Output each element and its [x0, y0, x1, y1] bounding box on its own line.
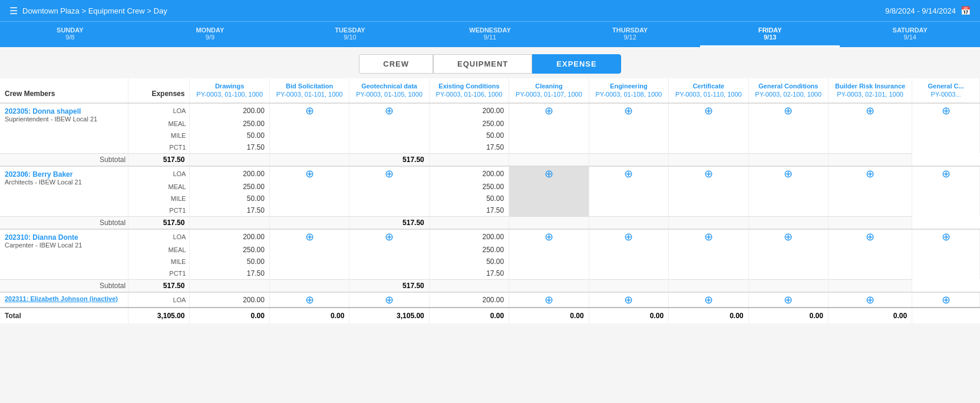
add-cell[interactable]: ⊕	[912, 292, 980, 308]
add-icon[interactable]: ⊕	[545, 231, 553, 243]
add-cell[interactable]: ⊕	[912, 166, 980, 181]
table-row: 202310: Dianna Donte Carpenter - IBEW Lo…	[0, 229, 980, 244]
add-icon[interactable]: ⊕	[385, 231, 394, 243]
crew-name-202310[interactable]: 202310: Dianna Donte	[5, 233, 123, 242]
add-cell[interactable]: ⊕	[828, 166, 912, 181]
add-icon[interactable]: ⊕	[866, 231, 875, 243]
add-icon[interactable]: ⊕	[942, 294, 951, 306]
add-cell[interactable]: ⊕	[748, 292, 828, 308]
tab-monday[interactable]: MONDAY 9/9	[140, 22, 281, 47]
add-icon[interactable]: ⊕	[305, 294, 314, 306]
expense-type: LOA	[128, 229, 190, 244]
add-icon[interactable]: ⊕	[704, 231, 713, 243]
add-cell[interactable]: ⊕	[269, 103, 349, 118]
expense-amount: 17.50	[429, 267, 509, 280]
crew-name-202306[interactable]: 202306: Berry Baker	[5, 170, 123, 179]
add-cell[interactable]: ⊕	[589, 103, 668, 118]
add-cell[interactable]: ⊕	[589, 229, 668, 244]
add-icon[interactable]: ⊕	[942, 231, 951, 243]
add-cell[interactable]: ⊕	[669, 229, 748, 244]
add-cell[interactable]: ⊕	[748, 229, 828, 244]
add-cell[interactable]: ⊕	[269, 229, 349, 244]
total-col: 0.00	[190, 308, 269, 323]
tab-wednesday[interactable]: WEDNESDAY 9/11	[420, 22, 560, 47]
tab-thursday[interactable]: THURSDAY 9/12	[560, 22, 700, 47]
add-cell[interactable]: ⊕	[748, 103, 828, 118]
add-icon[interactable]: ⊕	[624, 294, 633, 306]
tab-sunday[interactable]: SUNDAY 9/8	[0, 22, 140, 47]
add-cell[interactable]: ⊕	[349, 166, 429, 181]
add-cell[interactable]: ⊕	[509, 103, 589, 118]
tab-saturday[interactable]: SATURDAY 9/14	[840, 22, 980, 47]
expense-amount: 17.50	[429, 141, 509, 154]
tab-expense[interactable]: EXPENSE	[532, 54, 621, 74]
tab-friday[interactable]: FRIDAY 9/13	[700, 22, 840, 47]
expense-amount: 250.00	[429, 181, 509, 193]
add-icon[interactable]: ⊕	[305, 105, 314, 117]
add-icon[interactable]: ⊕	[704, 294, 713, 306]
add-cell[interactable]: ⊕	[509, 292, 589, 308]
add-icon[interactable]: ⊕	[624, 105, 633, 117]
add-cell[interactable]: ⊕	[748, 166, 828, 181]
add-cell[interactable]: ⊕	[669, 103, 748, 118]
col-existing-conditions: Existing ConditionsPY-0003, 01-106, 1000	[429, 78, 509, 103]
add-icon[interactable]: ⊕	[385, 294, 394, 306]
add-cell[interactable]: ⊕	[269, 166, 349, 181]
add-cell[interactable]: ⊕	[349, 292, 429, 308]
add-icon[interactable]: ⊕	[385, 168, 394, 180]
expense-type: MEAL	[128, 244, 190, 256]
table-row: 202311: Elizabeth Johnson (inactive) LOA…	[0, 292, 980, 308]
tab-tuesday[interactable]: TUESDAY 9/10	[280, 22, 420, 47]
expense-amount: 250.00	[190, 118, 269, 130]
add-cell[interactable]: ⊕	[589, 166, 668, 181]
add-icon[interactable]: ⊕	[624, 168, 633, 180]
add-cell[interactable]: ⊕	[669, 166, 748, 181]
expense-amount: 250.00	[190, 181, 269, 193]
add-icon[interactable]: ⊕	[385, 105, 394, 117]
add-icon[interactable]: ⊕	[624, 231, 633, 243]
add-icon[interactable]: ⊕	[942, 105, 951, 117]
add-icon[interactable]: ⊕	[942, 168, 951, 180]
add-icon[interactable]: ⊕	[704, 105, 713, 117]
total-row: Total 3,105.00 0.00 0.00 3,105.00 0.00 0…	[0, 308, 980, 323]
add-icon[interactable]: ⊕	[545, 168, 553, 180]
tab-crew[interactable]: CREW	[359, 54, 433, 74]
add-cell[interactable]: ⊕	[269, 292, 349, 308]
table-wrapper: Crew Members Expenses DrawingsPY-0003, 0…	[0, 78, 980, 323]
add-icon[interactable]: ⊕	[866, 294, 875, 306]
add-cell[interactable]: ⊕	[828, 103, 912, 118]
crew-name-202305[interactable]: 202305: Donna shapell	[5, 107, 123, 115]
table-row: MEAL 250.00 250.00	[0, 181, 980, 193]
tab-equipment[interactable]: EQUIPMENT	[433, 54, 532, 74]
add-icon[interactable]: ⊕	[305, 231, 314, 243]
add-cell[interactable]: ⊕	[349, 229, 429, 244]
add-icon[interactable]: ⊕	[545, 294, 553, 306]
subtotal-col-amount: 517.50	[349, 153, 429, 166]
add-cell[interactable]: ⊕	[349, 103, 429, 118]
add-cell[interactable]: ⊕	[669, 292, 748, 308]
expense-type: LOA	[128, 166, 190, 181]
add-cell[interactable]: ⊕	[589, 292, 668, 308]
menu-icon[interactable]: ☰	[9, 5, 18, 16]
add-icon[interactable]: ⊕	[704, 168, 713, 180]
add-cell[interactable]: ⊕	[828, 229, 912, 244]
add-cell[interactable]: ⊕	[509, 229, 589, 244]
expense-type: MILE	[128, 256, 190, 267]
crew-name-202311[interactable]: 202311: Elizabeth Johnson (inactive)	[5, 295, 123, 302]
add-icon[interactable]: ⊕	[784, 231, 793, 243]
add-cell[interactable]: ⊕	[509, 166, 589, 181]
add-icon[interactable]: ⊕	[866, 168, 875, 180]
add-icon[interactable]: ⊕	[784, 294, 793, 306]
expense-amount: 200.00	[190, 292, 269, 308]
total-col: 0.00	[828, 308, 912, 323]
add-cell[interactable]: ⊕	[912, 103, 980, 118]
add-icon[interactable]: ⊕	[784, 168, 793, 180]
add-cell[interactable]: ⊕	[912, 229, 980, 244]
add-icon[interactable]: ⊕	[545, 105, 553, 117]
add-icon[interactable]: ⊕	[784, 105, 793, 117]
calendar-icon[interactable]: 📅	[961, 6, 971, 15]
table-row: PCT1 17.50 17.50	[0, 204, 980, 217]
add-cell[interactable]: ⊕	[828, 292, 912, 308]
add-icon[interactable]: ⊕	[305, 168, 314, 180]
add-icon[interactable]: ⊕	[866, 105, 875, 117]
